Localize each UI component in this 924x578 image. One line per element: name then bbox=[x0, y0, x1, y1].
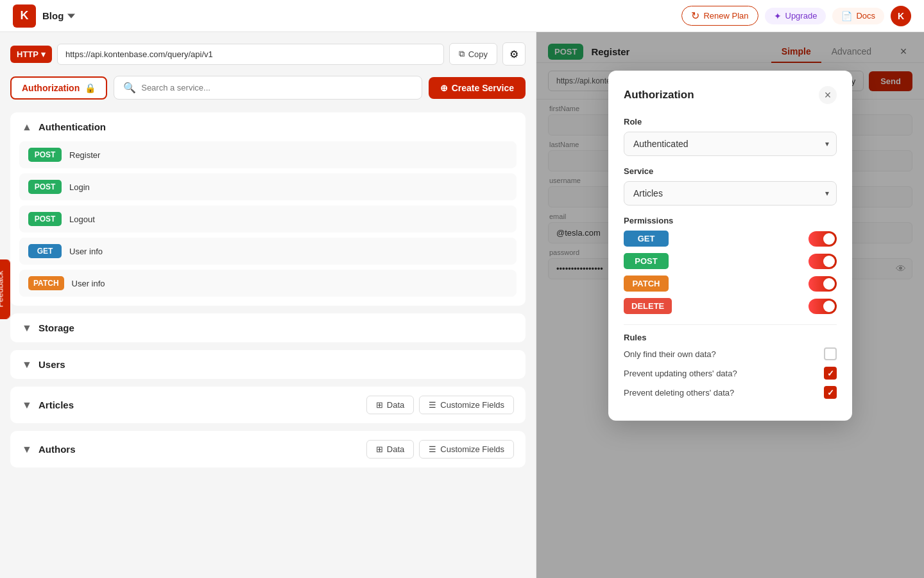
logo-icon: K bbox=[13, 4, 36, 28]
list-icon: ☰ bbox=[429, 400, 436, 410]
renew-plan-button[interactable]: ↻ Renew Plan bbox=[681, 6, 758, 26]
patch-toggle[interactable] bbox=[809, 276, 837, 292]
rule-find-own-row: Only find their own data? bbox=[624, 347, 837, 360]
articles-data-button[interactable]: ⊞ Data bbox=[366, 396, 414, 414]
table-icon: ⊞ bbox=[376, 444, 383, 454]
method-post-badge: POST bbox=[28, 212, 62, 226]
modal-overlay: Authorization × Role Authenticated Guest… bbox=[536, 32, 924, 578]
modal-divider bbox=[624, 324, 837, 325]
url-display: https://api.kontenbase.com/query/api/v1 bbox=[57, 44, 444, 65]
left-panel: HTTP ▾ https://api.kontenbase.com/query/… bbox=[0, 32, 536, 578]
permissions-section: GET POST PATCH DELETE bbox=[624, 231, 837, 314]
permission-delete-row: DELETE bbox=[624, 298, 837, 314]
role-label: Role bbox=[624, 117, 837, 127]
articles-section: ▼ Articles ⊞ Data ☰ Customize Fields bbox=[10, 387, 526, 423]
storage-section: ▼ Storage bbox=[10, 313, 526, 342]
chevron-down-icon: ▼ bbox=[22, 323, 32, 333]
chevron-up-icon: ▲ bbox=[22, 122, 32, 132]
http-method-badge[interactable]: HTTP ▾ bbox=[10, 46, 52, 63]
table-icon: ⊞ bbox=[376, 400, 383, 410]
search-input[interactable] bbox=[141, 83, 412, 92]
topnav: K Blog ↻ Renew Plan ✦ Upgrade 📄 Docs K bbox=[0, 0, 924, 32]
role-select[interactable]: Authenticated Guest Admin bbox=[624, 132, 837, 156]
modal-header: Authorization × bbox=[624, 86, 837, 104]
table-row[interactable]: PATCH User info bbox=[19, 270, 517, 297]
method-post-badge: POST bbox=[28, 148, 62, 162]
permission-post-row: POST bbox=[624, 253, 837, 269]
main-layout: HTTP ▾ https://api.kontenbase.com/query/… bbox=[0, 32, 924, 578]
lock-icon: 🔒 bbox=[85, 83, 96, 93]
feedback-tab[interactable]: Feedback bbox=[0, 259, 10, 319]
topnav-actions: ↻ Renew Plan ✦ Upgrade 📄 Docs K bbox=[681, 6, 911, 26]
get-badge: GET bbox=[624, 231, 669, 247]
method-post-badge: POST bbox=[28, 180, 62, 194]
authors-section-header[interactable]: ▼ Authors ⊞ Data ☰ Customize Fields bbox=[10, 431, 526, 468]
rules-label: Rules bbox=[624, 333, 837, 342]
search-icon: 🔍 bbox=[123, 82, 136, 94]
chevron-down-icon: ▼ bbox=[22, 444, 32, 455]
plus-icon: ⊕ bbox=[440, 83, 448, 93]
url-bar: HTTP ▾ https://api.kontenbase.com/query/… bbox=[10, 42, 526, 66]
table-row[interactable]: POST Register bbox=[19, 141, 517, 168]
copy-url-button[interactable]: ⧉ Copy bbox=[449, 43, 497, 65]
create-service-button[interactable]: ⊕ Create Service bbox=[429, 77, 526, 99]
auth-bar: Authorization 🔒 🔍 ⊕ Create Service bbox=[10, 76, 526, 100]
prevent-delete-checkbox[interactable] bbox=[824, 386, 837, 399]
service-label: Service bbox=[624, 166, 837, 176]
post-badge: POST bbox=[624, 253, 669, 269]
authentication-section-header[interactable]: ▲ Authentication bbox=[10, 112, 526, 141]
rule-prevent-delete-row: Prevent deleting others' data? bbox=[624, 386, 837, 399]
avatar[interactable]: K bbox=[891, 6, 911, 26]
docs-button[interactable]: 📄 Docs bbox=[832, 8, 884, 24]
authors-data-button[interactable]: ⊞ Data bbox=[366, 440, 414, 459]
role-select-wrapper: Authenticated Guest Admin ▾ bbox=[624, 132, 837, 156]
method-patch-badge: PATCH bbox=[28, 276, 64, 290]
service-select[interactable]: Articles Users Authors bbox=[624, 181, 837, 206]
find-own-checkbox[interactable] bbox=[824, 347, 837, 360]
copy-icon: ⧉ bbox=[459, 49, 465, 59]
right-panel: POST Register Simple Advanced × ⧉ Copy S… bbox=[536, 32, 924, 578]
prevent-update-checkbox[interactable] bbox=[824, 367, 837, 380]
articles-actions: ⊞ Data ☰ Customize Fields bbox=[366, 396, 514, 414]
chevron-down-icon: ▼ bbox=[22, 400, 32, 410]
articles-customize-button[interactable]: ☰ Customize Fields bbox=[419, 396, 514, 414]
users-section: ▼ Users bbox=[10, 350, 526, 379]
settings-button[interactable]: ⚙ bbox=[502, 42, 526, 66]
list-icon: ☰ bbox=[429, 444, 436, 454]
articles-section-header[interactable]: ▼ Articles ⊞ Data ☰ Customize Fields bbox=[10, 387, 526, 423]
service-select-wrapper: Articles Users Authors ▾ bbox=[624, 181, 837, 206]
gear-icon: ⚙ bbox=[509, 48, 518, 60]
delete-badge: DELETE bbox=[624, 298, 672, 314]
authors-section: ▼ Authors ⊞ Data ☰ Customize Fields bbox=[10, 431, 526, 468]
modal-title: Authorization bbox=[624, 89, 694, 101]
permissions-label: Permissions bbox=[624, 216, 837, 225]
rules-section: Only find their own data? Prevent updati… bbox=[624, 347, 837, 399]
permission-patch-row: PATCH bbox=[624, 276, 837, 292]
table-row[interactable]: POST Logout bbox=[19, 206, 517, 232]
delete-toggle[interactable] bbox=[809, 299, 837, 314]
table-row[interactable]: POST Login bbox=[19, 173, 517, 200]
get-toggle[interactable] bbox=[809, 231, 837, 247]
method-get-badge: GET bbox=[28, 244, 62, 258]
storage-section-header[interactable]: ▼ Storage bbox=[10, 313, 526, 342]
permission-get-row: GET bbox=[624, 231, 837, 247]
brand-name[interactable]: Blog bbox=[42, 10, 75, 21]
upgrade-button[interactable]: ✦ Upgrade bbox=[765, 8, 826, 24]
authentication-api-rows: POST Register POST Login POST Logout GET… bbox=[10, 141, 526, 306]
post-toggle[interactable] bbox=[809, 254, 837, 269]
authentication-section: ▲ Authentication POST Register POST Logi… bbox=[10, 112, 526, 306]
rule-prevent-update-row: Prevent updating others' data? bbox=[624, 367, 837, 380]
authorization-modal: Authorization × Role Authenticated Guest… bbox=[608, 71, 852, 421]
chevron-down-icon bbox=[67, 12, 75, 20]
authors-customize-button[interactable]: ☰ Customize Fields bbox=[419, 440, 514, 459]
search-service-bar[interactable]: 🔍 bbox=[114, 76, 422, 100]
chevron-down-icon: ▼ bbox=[22, 360, 32, 370]
modal-close-button[interactable]: × bbox=[819, 86, 837, 104]
authors-actions: ⊞ Data ☰ Customize Fields bbox=[366, 440, 514, 459]
authorization-button[interactable]: Authorization 🔒 bbox=[10, 76, 107, 100]
table-row[interactable]: GET User info bbox=[19, 238, 517, 265]
patch-badge: PATCH bbox=[624, 276, 669, 292]
users-section-header[interactable]: ▼ Users bbox=[10, 350, 526, 379]
